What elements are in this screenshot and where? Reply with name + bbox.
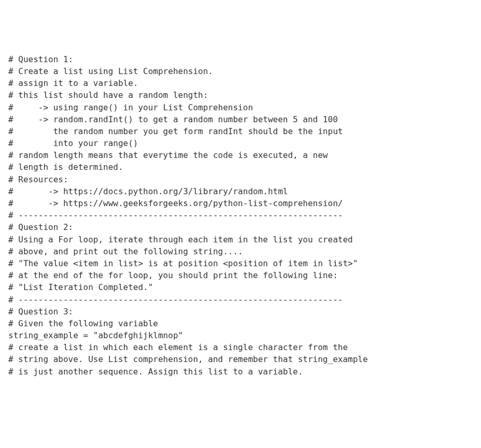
code-line: # create a list in which each element is…	[8, 341, 473, 353]
code-line: # assign it to a variable.	[8, 77, 473, 89]
code-line: # Resources:	[8, 174, 473, 185]
code-line: # random length means that everytime the…	[8, 149, 473, 161]
code-line: # Question 3:	[8, 306, 473, 317]
code-line: # --------------------------------------…	[8, 294, 473, 306]
code-line: # "List Iteration Completed."	[8, 281, 473, 293]
code-line: # Create a list using List Comprehension…	[8, 65, 473, 77]
code-line: # -> https://www.geeksforgeeks.org/pytho…	[8, 197, 473, 209]
code-block: # Question 1:# Create a list using List …	[8, 53, 473, 378]
code-line: # at the end of the for loop, you should…	[8, 269, 473, 281]
code-line: # -> using range() in your List Comprehe…	[8, 102, 473, 113]
code-line: # above, and print out the following str…	[8, 245, 473, 257]
code-line: # the random number you get form randInt…	[8, 125, 473, 137]
code-line: # Using a For loop, iterate through each…	[8, 234, 473, 245]
code-line: # Question 2:	[8, 221, 473, 233]
code-line: string_example = "abcdefghijklmnop"	[8, 329, 473, 341]
code-line: # length is determined.	[8, 161, 473, 173]
code-line: # -> https://docs.python.org/3/library/r…	[8, 185, 473, 197]
code-line: # -> random.randInt() to get a random nu…	[8, 113, 473, 125]
code-line: # string above. Use List comprehension, …	[8, 353, 473, 365]
code-line: # "The value <item in list> is at positi…	[8, 257, 473, 269]
code-line: # Given the following variable	[8, 317, 473, 329]
code-line: # is just another sequence. Assign this …	[8, 366, 473, 378]
code-line: # --------------------------------------…	[8, 209, 473, 221]
code-line: # this list should have a random length:	[8, 89, 473, 101]
code-line: # into your range()	[8, 137, 473, 149]
code-line: # Question 1:	[8, 53, 473, 65]
